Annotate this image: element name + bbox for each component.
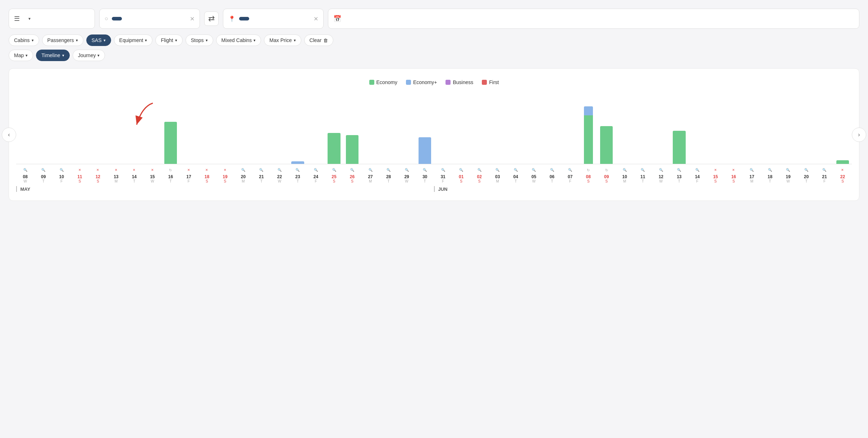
search-icon[interactable]: 🔍 [514, 168, 518, 172]
search-icon[interactable]: 🔍 [623, 168, 627, 172]
prev-button[interactable]: ‹ [2, 128, 16, 142]
refresh-icon[interactable]: ↻ [169, 168, 172, 172]
close-icon[interactable]: ✕ [841, 168, 844, 172]
search-icon[interactable]: 🔍 [659, 168, 663, 172]
search-icon[interactable]: 🔍 [41, 168, 45, 172]
date-col[interactable]: 🔍17M [743, 164, 761, 183]
date-col[interactable]: ✕22S [833, 164, 852, 183]
date-col[interactable]: ↻16T [161, 164, 180, 183]
search-icon[interactable]: 🔍 [459, 168, 463, 172]
date-col[interactable]: ✕15W [143, 164, 162, 183]
date-col[interactable]: 🔍11T [634, 164, 652, 183]
bar-col[interactable] [16, 92, 35, 164]
date-col[interactable]: ✕13M [107, 164, 125, 183]
search-icon[interactable]: 🔍 [259, 168, 263, 172]
search-icon[interactable]: 🔍 [314, 168, 318, 172]
date-col[interactable]: 🔍30T [416, 164, 434, 183]
swap-button[interactable]: ⇄ [204, 11, 219, 26]
date-col[interactable]: 🔍13T [670, 164, 689, 183]
search-icon[interactable]: 🔍 [750, 168, 754, 172]
bar-col[interactable] [125, 92, 143, 164]
date-col[interactable]: 🔍19W [779, 164, 798, 183]
bar-col[interactable] [452, 92, 470, 164]
date-selector[interactable]: 📅 [328, 9, 859, 29]
date-col[interactable]: 🔍10M [616, 164, 634, 183]
search-icon[interactable]: 🔍 [495, 168, 499, 172]
bar-col[interactable] [616, 92, 634, 164]
filter-flight[interactable]: Flight ▾ [155, 34, 182, 46]
search-icon[interactable]: 🔍 [332, 168, 336, 172]
bar-col[interactable] [507, 92, 525, 164]
bar-col[interactable] [52, 92, 71, 164]
close-icon[interactable]: ✕ [115, 168, 118, 172]
date-col[interactable]: ↻08S [579, 164, 598, 183]
bar-col[interactable]: 🔔 [216, 92, 234, 164]
date-col[interactable]: ✕14T [125, 164, 143, 183]
bar-col[interactable] [470, 92, 489, 164]
date-col[interactable]: 🔍14F [688, 164, 707, 183]
close-icon[interactable]: ✕ [78, 168, 81, 172]
filter-cabins[interactable]: Cabins ▾ [9, 34, 39, 46]
bar-col[interactable] [488, 92, 507, 164]
date-col[interactable]: 🔍31F [434, 164, 452, 183]
close-icon[interactable]: ✕ [187, 168, 190, 172]
bar-col[interactable] [107, 92, 125, 164]
next-button[interactable]: › [852, 128, 866, 142]
date-col[interactable]: 🔍09T [35, 164, 53, 183]
date-col[interactable]: 🔍21T [252, 164, 271, 183]
date-col[interactable]: ✕15S [707, 164, 725, 183]
bar-col[interactable] [670, 92, 689, 164]
date-col[interactable]: 🔍03M [488, 164, 507, 183]
date-col[interactable]: 🔍20M [234, 164, 252, 183]
search-icon[interactable]: 🔍 [441, 168, 445, 172]
bar-col[interactable] [725, 92, 743, 164]
bar-col[interactable] [543, 92, 561, 164]
date-col[interactable]: 🔍21F [816, 164, 834, 183]
bar-col[interactable] [434, 92, 452, 164]
from-airport-box[interactable]: ○ ✕ [99, 9, 200, 29]
bar-col[interactable] [270, 92, 289, 164]
date-col[interactable]: 🔍02S [470, 164, 489, 183]
bar-col[interactable] [71, 92, 89, 164]
close-icon[interactable]: ✕ [224, 168, 227, 172]
search-icon[interactable]: 🔍 [387, 168, 390, 172]
date-col[interactable]: 🔍18T [761, 164, 779, 183]
date-col[interactable]: 🔍06T [543, 164, 561, 183]
close-icon[interactable]: ✕ [714, 168, 717, 172]
close-icon[interactable]: ✕ [205, 168, 208, 172]
date-col[interactable]: ✕12S [89, 164, 107, 183]
search-icon[interactable]: 🔍 [677, 168, 681, 172]
bar-col[interactable] [252, 92, 271, 164]
filter-passengers[interactable]: Passengers ▾ [42, 34, 83, 46]
date-col[interactable]: 🔍01S [452, 164, 470, 183]
date-col[interactable]: ↻09S [598, 164, 616, 183]
bar-col[interactable] [307, 92, 325, 164]
bar-col[interactable]: 🔔 [198, 92, 216, 164]
search-icon[interactable]: 🔍 [550, 168, 554, 172]
bar-col[interactable] [634, 92, 652, 164]
date-col[interactable]: 🔍12W [652, 164, 670, 183]
search-icon[interactable]: 🔍 [350, 168, 354, 172]
close-icon[interactable]: ✕ [151, 168, 154, 172]
bar-col[interactable] [143, 92, 162, 164]
filter-mixed-cabins[interactable]: Mixed Cabins ▾ [216, 34, 261, 46]
search-icon[interactable]: 🔍 [768, 168, 772, 172]
search-icon[interactable]: 🔍 [804, 168, 808, 172]
bar-col[interactable] [343, 92, 361, 164]
from-close-icon[interactable]: ✕ [190, 15, 195, 22]
search-icon[interactable]: 🔍 [478, 168, 481, 172]
bar-col[interactable] [361, 92, 380, 164]
airline-selector[interactable]: ☰ ▾ [9, 9, 95, 29]
date-col[interactable]: 🔍29W [398, 164, 416, 183]
date-col[interactable]: ✕19S [216, 164, 234, 183]
bar-col[interactable] [289, 92, 307, 164]
bar-col[interactable] [416, 92, 434, 164]
refresh-icon[interactable]: ↻ [587, 168, 590, 172]
date-col[interactable]: 🔍28T [379, 164, 398, 183]
bar-col[interactable] [234, 92, 252, 164]
search-icon[interactable]: 🔍 [296, 168, 300, 172]
date-col[interactable]: 🔍04T [507, 164, 525, 183]
bar-col[interactable] [325, 92, 343, 164]
bar-col[interactable] [688, 92, 707, 164]
search-icon[interactable]: 🔍 [641, 168, 645, 172]
